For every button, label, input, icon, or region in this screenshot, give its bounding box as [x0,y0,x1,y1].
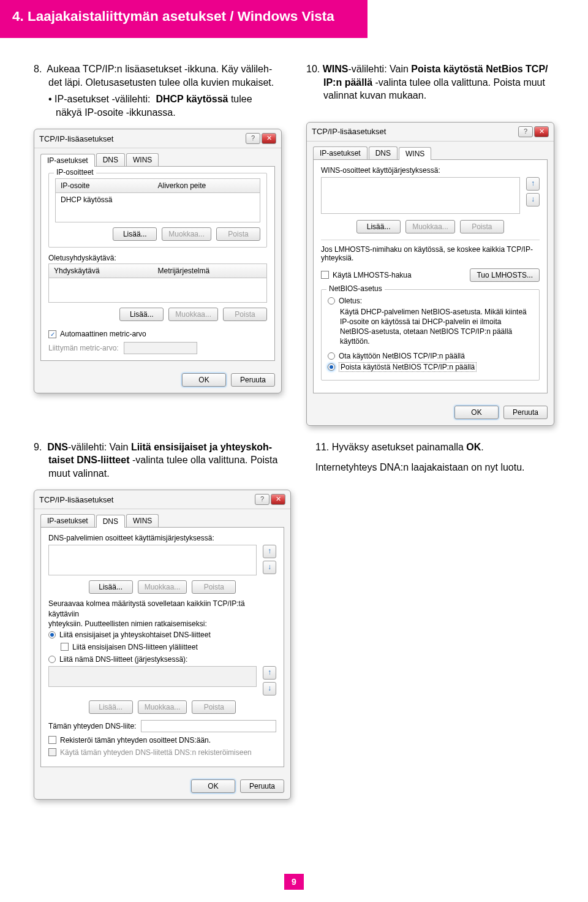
use-suffix-check: Käytä tämän yhteyden DNS-liitettä DNS:n … [48,748,276,757]
add-button[interactable]: Lisää... [356,220,401,233]
delete-button[interactable]: Poista [223,308,267,321]
tab-dns[interactable]: DNS [96,515,125,528]
delete-button[interactable]: Poista [192,700,236,714]
tab-wins[interactable]: WINS [126,153,159,166]
dialog-title: TCP/IP-lisäasetukset [39,134,113,143]
dns-opt-primary[interactable]: Liitä ensisijaiset ja yhteyskohtaiset DN… [48,631,276,639]
move-down-icon[interactable]: ↓ [526,193,540,207]
gw-list-header: Yhdyskäytävä Metrijärjestelmä [48,263,267,278]
page-title: 4. Laajakaistaliittymän asetukset / Wind… [12,9,334,24]
help-icon[interactable]: ? [255,494,270,505]
help-icon[interactable]: ? [246,133,260,144]
edit-button[interactable]: Muokkaa... [138,700,187,714]
dialog-ip-settings: TCP/IP-lisäasetukset ? ✕ IP-asetukset DN… [34,129,282,393]
wins-order-label: WINS-osoitteet käyttöjärjestyksessä: [321,166,540,175]
import-lmhosts-button[interactable]: Tuo LMHOSTS... [470,268,540,282]
page-content: 8. Aukeaa TCP/IP:n lisäasetukset -ikkuna… [0,38,588,800]
add-button[interactable]: Lisää... [89,700,133,714]
move-down-icon[interactable]: ↓ [263,561,276,574]
add-button[interactable]: Lisää... [89,580,133,594]
page-header: 4. Laajakaistaliittymän asetukset / Wind… [0,0,368,38]
titlebar: TCP/IP-lisäasetukset ? ✕ [34,129,281,148]
dns-opt-these[interactable]: Liitä nämä DNS-liitteet (järjestyksessä)… [48,655,276,664]
help-icon[interactable]: ? [518,126,533,137]
delete-button[interactable]: Poista [460,220,504,233]
step9-text: 9. DNS-välilehti: Vain Liitä ensisijaise… [34,441,291,480]
dns-note: Seuraavaa kolmea määritystä sovelletaan … [48,599,245,618]
close-icon[interactable]: ✕ [262,133,276,144]
group-netbios: NetBIOS-asetus Oletus: Käytä DHCP-palvel… [321,289,540,381]
titlebar: TCP/IP-lisäasetukset ? ✕ [34,490,290,509]
add-button[interactable]: Lisää... [119,308,164,321]
edit-button[interactable]: Muokkaa... [168,308,218,321]
ip-list[interactable]: DHCP käytössä [55,193,260,222]
tab-wins[interactable]: WINS [126,514,159,527]
move-down-icon[interactable]: ↓ [263,682,276,695]
dns-suffix-input[interactable] [141,720,276,732]
tab-dns[interactable]: DNS [369,146,398,159]
delete-button[interactable]: Poista [192,580,236,594]
netbios-enable[interactable]: Ota käyttöön NetBIOS TCP/IP:n päällä [328,352,533,360]
lmhosts-check[interactable]: Käytä LMHOSTS-hakua [321,271,412,279]
ok-button[interactable]: OK [182,373,226,387]
move-up-icon[interactable]: ↑ [263,666,276,680]
dialog-title: TCP/IP-lisäasetukset [39,495,113,504]
tab-ip[interactable]: IP-asetukset [40,154,95,167]
delete-button[interactable]: Poista [216,227,260,241]
close-icon[interactable]: ✕ [534,126,549,137]
dialog-wins: TCP/IP-lisäasetukset ? ✕ IP-asetukset DN… [306,122,554,426]
move-up-icon[interactable]: ↑ [526,177,540,191]
step11-text: 11. Hyväksy asetukset painamalla OK. [315,441,554,454]
edit-button[interactable]: Muokkaa... [138,580,187,594]
ok-button[interactable]: OK [191,779,235,793]
step10-text: 10. WINS-välilehti: Vain Poista käytöstä… [306,63,554,102]
tab-bar: IP-asetukset DNS WINS [34,509,290,527]
tab-wins[interactable]: WINS [399,147,431,160]
tab-bar: IP-asetukset DNS WINS [34,148,281,166]
dns-order-label: DNS-palvelimien osoitteet käyttämisjärje… [48,534,276,542]
step11-note: Internetyhteys DNA:n laajakaistaan on ny… [315,461,554,474]
dialog-title: TCP/IP-lisäasetukset [312,127,386,136]
group-ip-addresses: IP-osoitteet IP-osoite Aliverkon peite D… [48,173,267,248]
tab-bar: IP-asetukset DNS WINS [307,142,554,159]
lmhosts-note: Jos LMHOSTS-nimihaku on käytössä, se kos… [321,240,540,262]
netbios-disable[interactable]: Poista käytöstä NetBIOS TCP/IP:n päällä [328,362,533,372]
close-icon[interactable]: ✕ [271,494,285,505]
dns-server-list[interactable] [48,545,257,575]
add-button[interactable]: Lisää... [113,227,157,241]
step8-text: 8. Aukeaa TCP/IP:n lisäasetukset -ikkuna… [34,63,282,89]
tab-ip[interactable]: IP-asetukset [40,514,95,527]
titlebar: TCP/IP-lisäasetukset ? ✕ [307,123,554,142]
auto-metric-check[interactable]: ✓Automaattinen metric-arvo [48,330,267,338]
edit-button[interactable]: Muokkaa... [162,227,211,241]
ok-button[interactable]: OK [454,406,499,419]
metric-input [124,342,197,354]
tab-dns[interactable]: DNS [96,153,125,166]
register-dns-check[interactable]: Rekisteröi tämän yhteyden osoitteet DNS:… [48,736,276,745]
tab-ip[interactable]: IP-asetukset [313,146,368,159]
move-up-icon[interactable]: ↑ [263,545,276,558]
dialog-dns: TCP/IP-lisäasetukset ? ✕ IP-asetukset DN… [34,490,291,800]
step8-bullet: • IP-asetukset -välilehti: DHCP käytössä… [34,93,282,119]
dns-suffix-list [48,666,257,687]
metric-label: Liittymän metric-arvo: [48,344,119,352]
ip-list-header: IP-osoite Aliverkon peite [55,178,260,193]
page-number: 9 [284,874,304,890]
wins-list[interactable] [321,177,520,214]
dns-suffix-label: Tämän yhteyden DNS-liite: [48,722,136,730]
cancel-button[interactable]: Peruuta [231,373,275,387]
edit-button[interactable]: Muokkaa... [405,220,455,233]
gw-list[interactable] [48,278,267,303]
cancel-button[interactable]: Peruuta [503,406,548,419]
gw-label: Oletusyhdyskäytävä: [48,254,267,262]
dns-parent-check[interactable]: Liitä ensisijaisen DNS-liitteen yläliitt… [48,643,276,651]
netbios-default[interactable]: Oletus: [328,297,533,305]
cancel-button[interactable]: Peruuta [240,779,284,793]
